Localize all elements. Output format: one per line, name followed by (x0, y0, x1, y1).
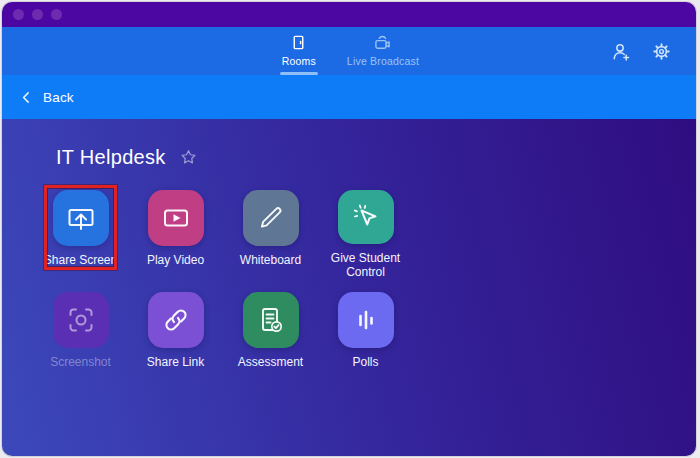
title-bar (2, 2, 696, 27)
tool-label: Screenshot (50, 355, 111, 369)
play-video-icon (160, 202, 192, 234)
traffic-lights (13, 9, 62, 20)
room-title-row: IT Helpdesk (56, 146, 696, 169)
tool-label: Polls (352, 355, 378, 369)
tool-give-student-control[interactable]: Give Student Control (318, 190, 413, 279)
play-video-tile[interactable] (148, 190, 204, 246)
tool-label: Play Video (147, 253, 204, 267)
whiteboard-tile[interactable] (243, 190, 299, 246)
share-link-tile[interactable] (148, 292, 204, 348)
tab-rooms[interactable]: Rooms (279, 27, 319, 75)
app-window: Rooms Live Broadcast (2, 2, 696, 456)
settings-gear-icon[interactable] (651, 41, 672, 62)
tool-screenshot: Screenshot (33, 292, 128, 381)
give-student-control-tile[interactable] (338, 190, 394, 244)
tool-label: Share Screen (44, 253, 117, 267)
tool-share-link[interactable]: Share Link (128, 292, 223, 381)
zoom-window-button[interactable] (51, 9, 62, 20)
link-icon (160, 304, 192, 336)
tool-label: Whiteboard (240, 253, 301, 267)
back-bar: Back (2, 75, 696, 119)
tab-rooms-label: Rooms (282, 55, 316, 67)
polls-tile[interactable] (338, 292, 394, 348)
door-icon (290, 34, 307, 51)
share-screen-icon (65, 202, 97, 234)
back-button[interactable]: Back (19, 90, 74, 105)
tool-whiteboard[interactable]: Whiteboard (223, 190, 318, 279)
tool-share-screen[interactable]: Share Screen (33, 190, 128, 279)
pencil-icon (255, 202, 287, 234)
room-content: IT Helpdesk Share Screen (2, 119, 696, 456)
assessment-tile[interactable] (243, 292, 299, 348)
bar-chart-icon (350, 304, 382, 336)
chevron-left-icon (19, 90, 34, 105)
tool-label: Assessment (238, 355, 303, 369)
nav-tabs: Rooms Live Broadcast (279, 27, 419, 75)
active-tab-indicator (280, 72, 318, 75)
tool-grid: Share Screen Play Video (33, 190, 696, 381)
star-icon[interactable] (179, 148, 198, 167)
tool-play-video[interactable]: Play Video (128, 190, 223, 279)
nav-actions (610, 27, 672, 75)
share-screen-tile[interactable] (53, 190, 109, 246)
tool-label: Give Student Control (320, 251, 412, 279)
cursor-click-icon (350, 201, 382, 233)
minimize-window-button[interactable] (32, 9, 43, 20)
assessment-doc-icon (255, 304, 287, 336)
add-person-icon[interactable] (610, 41, 631, 62)
top-nav-bar: Rooms Live Broadcast (2, 27, 696, 75)
tool-polls[interactable]: Polls (318, 292, 413, 381)
tab-live-broadcast-label: Live Broadcast (347, 55, 419, 67)
page-title: IT Helpdesk (56, 146, 166, 169)
tool-assessment[interactable]: Assessment (223, 292, 318, 381)
tool-label: Share Link (147, 355, 204, 369)
tab-live-broadcast[interactable]: Live Broadcast (347, 27, 419, 75)
screenshot-frame-icon (65, 304, 97, 336)
screenshot-tile (53, 292, 109, 348)
broadcast-camera-icon (373, 34, 392, 51)
back-label: Back (43, 90, 74, 105)
close-window-button[interactable] (13, 9, 24, 20)
